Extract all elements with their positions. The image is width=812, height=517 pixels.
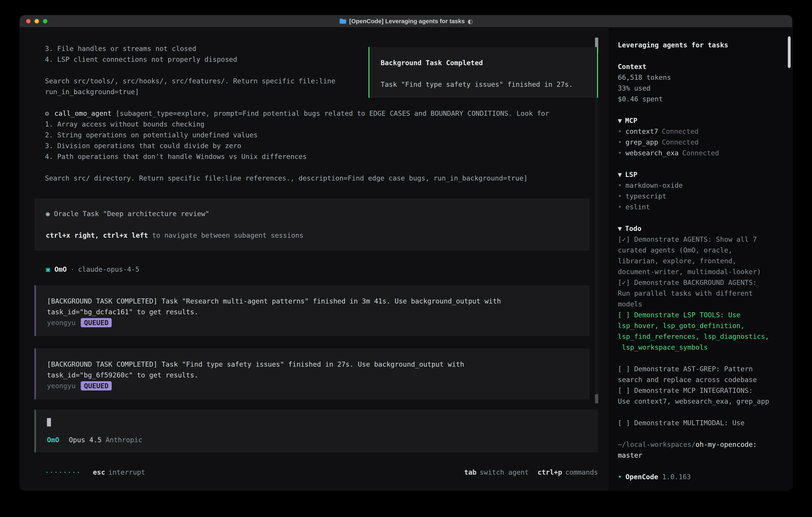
folder-icon [339,18,346,24]
spinner-dots-icon: ········ [45,467,81,478]
bullet-icon: • [618,181,622,189]
workspace-path: ~/local-workspaces/oh-my-opencode: [618,439,784,450]
context-header: Context [618,61,784,72]
gear-icon: ⚙ [45,109,49,117]
message-block: [BACKGROUND TASK COMPLETED] Task "Resear… [34,285,590,336]
mcp-name: grep_app [626,138,658,146]
todo-item: [✓] Demonstrate BACKGROUND AGENTS: Run p… [618,277,784,309]
lsp-item: •eslint [618,201,784,212]
mcp-section-header[interactable]: ▼MCP [618,115,784,126]
lsp-name: markdown-oxide [626,181,683,189]
dot-separator-icon: · [70,265,74,273]
tool-args: [subagent_type=explore, prompt=Find pote… [45,109,549,182]
message-text: [BACKGROUND TASK COMPLETED] Task "Find t… [47,359,579,380]
chevron-down-icon: ▼ [618,170,622,179]
message-block: [BACKGROUND TASK COMPLETED] Task "Find t… [34,349,590,399]
oracle-hint-keys: ctrl+x right, ctrl+x left [46,231,148,239]
todo-item: [ ] Demonstrate MULTIMODAL: Use [618,417,784,428]
bullet-icon: • [618,473,622,481]
agent-square-icon: ▣ [46,265,50,273]
bullet-icon: • [618,138,622,146]
terminal-window: [OpenCode] Leveraging agents for tasks ◐… [20,15,792,490]
sidebar-scrollbar-thumb[interactable] [788,36,791,68]
mcp-status: Connected [662,127,698,135]
version-line: •OpenCode1.0.163 [618,471,784,482]
statusbar: ········ esc interrupt tab switch agent … [45,467,598,478]
minimize-button[interactable] [35,19,39,23]
context-used: 33% used [618,83,784,93]
todo-item: [ ] Demonstrate LSP TOOLS: Use lsp_hover… [618,309,784,353]
mcp-name: context7 [626,127,658,135]
session-title: Leveraging agents for tasks [618,39,784,50]
workspace-branch: master [618,450,784,461]
text-cursor [47,418,51,427]
commands-key-hint: ctrl+p [538,467,562,478]
oracle-hint-text: to navigate between subagent sessions [148,231,303,239]
todo-section-header[interactable]: ▼Todo [618,223,784,234]
esc-key-hint: esc [93,467,105,478]
oracle-task-panel: ◉ Oracle Task "Deep architecture review"… [34,198,590,251]
oracle-radio-icon: ◉ [46,210,50,218]
lsp-item: •typescript [618,191,784,201]
agent-header: ▣OmO·claude-opus-4-5 [46,264,589,275]
todo-item: [ ] Demonstrate AST-GREP: Pattern search… [618,363,784,385]
agent-name: OmO [54,265,66,273]
footer-provider-name: Anthropic [106,434,142,445]
scrollbar-marker[interactable] [595,394,598,403]
mcp-status: Connected [682,149,719,157]
footer-model-name: Opus 4.5 [69,434,102,445]
tab-key-label: switch agent [480,467,529,478]
oracle-task-title: Oracle Task "Deep architecture review" [54,210,209,218]
chat-pane: 3. File handles or streams not closed 4.… [20,28,609,490]
toast-body: Task "Find type safety issues" finished … [381,79,586,90]
bullet-icon: • [618,203,622,211]
lsp-name: typescript [626,192,666,200]
close-button[interactable] [26,19,31,23]
esc-key-label: interrupt [108,467,145,478]
window-title: [OpenCode] Leveraging agents for tasks ◐ [20,18,792,25]
bullet-icon: • [618,149,622,157]
app-name: OpenCode [626,473,658,481]
input-footer: OmO Opus 4.5 Anthropic [47,434,587,445]
context-tokens: 66,518 tokens [618,72,784,83]
agent-model: claude-opus-4-5 [78,265,139,273]
commands-key-label: commands [565,467,598,478]
message-text: [BACKGROUND TASK COMPLETED] Task "Resear… [47,296,579,317]
bullet-icon: • [618,192,622,200]
tab-key-hint: tab [464,467,476,478]
mcp-item: •websearch_exaConnected [618,147,784,158]
app-version: 1.0.163 [662,473,691,481]
lsp-section-header[interactable]: ▼LSP [618,169,784,180]
tool-name: call_omo_agent [54,109,112,117]
mcp-item: •grep_appConnected [618,137,784,147]
chevron-down-icon: ▼ [618,116,622,125]
mcp-status: Connected [662,138,698,146]
todo-item: [✓] Demonstrate AGENTS: Show all 7 curat… [618,234,784,277]
todo-item: [ ] Demonstrate MCP INTEGRATIONS: Use co… [618,385,784,407]
lsp-item: •markdown-oxide [618,180,784,191]
toast-notification: Background Task Completed Task "Find typ… [369,47,598,98]
chevron-down-icon: ▼ [618,224,622,233]
footer-agent-name: OmO [47,434,59,445]
status-badge: QUEUED [81,381,112,390]
toast-title: Background Task Completed [381,57,586,68]
busy-indicator-icon: ◐ [467,18,473,25]
traffic-lights [20,19,47,23]
status-badge: QUEUED [81,318,112,327]
titlebar[interactable]: [OpenCode] Leveraging agents for tasks ◐ [20,15,792,28]
lsp-name: eslint [626,203,650,211]
window-title-text: [OpenCode] Leveraging agents for tasks [349,18,465,25]
zoom-button[interactable] [43,19,47,23]
message-author: yeongyu [47,380,76,391]
tool-call: ⚙ call_omo_agent [subagent_type=explore,… [45,108,589,184]
message-author: yeongyu [47,317,76,328]
sidebar: Leveraging agents for tasks Context 66,5… [609,28,792,490]
context-spent: $0.46 spent [618,93,784,104]
mcp-item: •context7Connected [618,126,784,137]
bullet-icon: • [618,127,622,135]
prompt-input[interactable]: OmO Opus 4.5 Anthropic [34,410,598,453]
mcp-name: websearch_exa [626,149,678,157]
